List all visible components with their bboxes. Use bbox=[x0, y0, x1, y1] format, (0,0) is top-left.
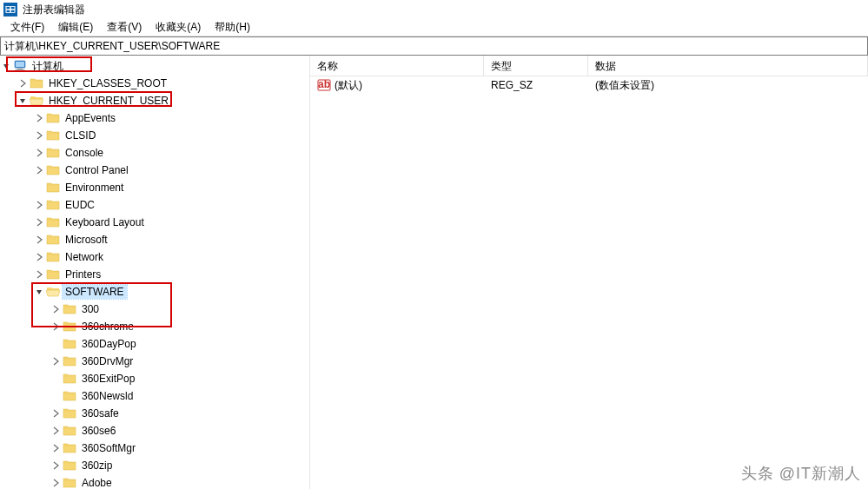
folder-icon bbox=[63, 406, 76, 420]
address-bar[interactable]: 计算机\HKEY_CURRENT_USER\SOFTWARE bbox=[0, 36, 868, 56]
chevron-right-icon[interactable] bbox=[33, 164, 45, 176]
tree-item[interactable]: Environment bbox=[0, 179, 309, 196]
chevron-right-icon[interactable] bbox=[50, 355, 62, 367]
chevron-right-icon[interactable] bbox=[17, 77, 29, 89]
chevron-right-icon[interactable] bbox=[33, 112, 45, 124]
tree-item[interactable]: Network bbox=[0, 248, 309, 266]
chevron-right-icon[interactable] bbox=[33, 268, 45, 281]
value-pane: 名称 类型 数据 ab(默认)REG_SZ(数值未设置) bbox=[310, 56, 868, 489]
main-split: 计算机HKEY_CLASSES_ROOTHKEY_CURRENT_USERApp… bbox=[0, 56, 868, 489]
address-path: 计算机\HKEY_CURRENT_USER\SOFTWARE bbox=[4, 39, 220, 54]
folder-icon bbox=[46, 233, 60, 247]
folder-icon bbox=[63, 459, 76, 472]
value-data: (数值未设置) bbox=[588, 76, 868, 95]
tree-item-label: 300 bbox=[79, 302, 102, 316]
chevron-right-icon[interactable] bbox=[50, 320, 62, 333]
folder-icon bbox=[46, 215, 60, 229]
tree-item-label: 360safe bbox=[79, 406, 122, 420]
folder-icon bbox=[63, 441, 76, 455]
tree-item[interactable]: EUDC bbox=[0, 196, 309, 214]
chevron-down-icon[interactable] bbox=[17, 95, 29, 107]
tree-item[interactable]: Console bbox=[0, 144, 309, 162]
tree-item[interactable]: 360DayPop bbox=[0, 335, 309, 353]
chevron-right-icon[interactable] bbox=[50, 459, 62, 472]
tree-pane[interactable]: 计算机HKEY_CLASSES_ROOTHKEY_CURRENT_USERApp… bbox=[0, 56, 310, 489]
svg-rect-3 bbox=[7, 10, 10, 12]
app-icon bbox=[3, 3, 17, 17]
tree-item[interactable]: CLSID bbox=[0, 127, 309, 144]
tree-item-label: 360se6 bbox=[79, 424, 118, 438]
title-bar: 注册表编辑器 bbox=[0, 0, 868, 19]
list-row[interactable]: ab(默认)REG_SZ(数值未设置) bbox=[310, 76, 868, 94]
folder-icon bbox=[63, 354, 76, 368]
chevron-right-icon[interactable] bbox=[50, 425, 62, 437]
menu-help[interactable]: 帮助(H) bbox=[208, 18, 257, 36]
tree-item-label: EUDC bbox=[63, 198, 97, 212]
tree-item-label: 360ExitPop bbox=[79, 372, 137, 386]
chevron-right-icon[interactable] bbox=[33, 147, 45, 159]
svg-rect-2 bbox=[11, 7, 15, 9]
tree-item[interactable]: 360DrvMgr bbox=[0, 353, 309, 370]
folder-icon bbox=[63, 337, 76, 351]
col-header-name[interactable]: 名称 bbox=[310, 56, 484, 76]
tree-item-label: 360zip bbox=[79, 459, 115, 472]
chevron-down-icon[interactable] bbox=[33, 286, 45, 298]
menu-file[interactable]: 文件(F) bbox=[3, 18, 51, 36]
folder-icon bbox=[63, 424, 76, 438]
svg-rect-8 bbox=[16, 69, 24, 71]
menu-favorites[interactable]: 收藏夹(A) bbox=[149, 18, 208, 36]
chevron-right-icon[interactable] bbox=[33, 251, 45, 263]
tree-item[interactable]: 360zip bbox=[0, 457, 309, 474]
tree-item-label: 360chrome bbox=[79, 320, 136, 334]
tree-item[interactable]: Microsoft bbox=[0, 231, 309, 248]
tree-item-label: 计算机 bbox=[30, 58, 66, 75]
chevron-right-icon[interactable] bbox=[33, 199, 45, 211]
folder-icon bbox=[63, 320, 76, 334]
menu-edit[interactable]: 编辑(E) bbox=[51, 18, 100, 36]
folder-icon bbox=[46, 163, 60, 177]
chevron-down-icon[interactable] bbox=[0, 60, 12, 72]
tree-item[interactable]: 360safe bbox=[0, 405, 309, 422]
menu-view[interactable]: 查看(V) bbox=[100, 18, 149, 36]
chevron-right-icon[interactable] bbox=[50, 442, 62, 454]
tree-item-label: Console bbox=[63, 146, 106, 160]
chevron-right-icon[interactable] bbox=[50, 407, 62, 420]
chevron-right-icon[interactable] bbox=[50, 303, 62, 315]
chevron-right-icon[interactable] bbox=[33, 129, 45, 142]
tree-item-label: 360DrvMgr bbox=[79, 354, 136, 368]
tree-item[interactable]: 360SoftMgr bbox=[0, 439, 309, 457]
tree-item[interactable]: 360Newsld bbox=[0, 387, 309, 405]
col-header-data[interactable]: 数据 bbox=[588, 56, 868, 76]
menu-bar: 文件(F) 编辑(E) 查看(V) 收藏夹(A) 帮助(H) bbox=[0, 19, 868, 36]
folder-icon bbox=[30, 76, 43, 90]
tree-item-label: 360DayPop bbox=[79, 337, 139, 351]
tree-item[interactable]: 300 bbox=[0, 301, 309, 318]
tree-item[interactable]: Printers bbox=[0, 266, 309, 283]
folder-icon bbox=[46, 181, 60, 195]
tree-item[interactable]: Control Panel bbox=[0, 162, 309, 179]
tree-item[interactable]: Adobe bbox=[0, 474, 309, 489]
chevron-right-icon[interactable] bbox=[50, 477, 62, 489]
tree-item[interactable]: HKEY_CLASSES_ROOT bbox=[0, 75, 309, 92]
tree-item[interactable]: 360ExitPop bbox=[0, 370, 309, 387]
tree-item[interactable]: 360se6 bbox=[0, 422, 309, 439]
svg-rect-4 bbox=[11, 10, 15, 12]
tree-item[interactable]: Keyboard Layout bbox=[0, 214, 309, 231]
tree-item-label: AppEvents bbox=[63, 111, 118, 125]
tree-item[interactable]: 计算机 bbox=[0, 57, 309, 75]
col-header-type[interactable]: 类型 bbox=[484, 56, 588, 76]
chevron-right-icon[interactable] bbox=[33, 216, 45, 228]
folder-icon bbox=[46, 111, 60, 125]
svg-text:ab: ab bbox=[318, 78, 330, 90]
svg-rect-1 bbox=[7, 7, 10, 9]
folder-icon bbox=[46, 129, 60, 142]
tree-item[interactable]: SOFTWARE bbox=[0, 283, 309, 301]
folder-icon bbox=[30, 94, 43, 108]
tree-item[interactable]: AppEvents bbox=[0, 109, 309, 127]
tree-item-label: HKEY_CURRENT_USER bbox=[46, 94, 171, 108]
tree-item[interactable]: HKEY_CURRENT_USER bbox=[0, 92, 309, 109]
tree-item-label: CLSID bbox=[63, 129, 98, 142]
tree-item-label: HKEY_CLASSES_ROOT bbox=[46, 76, 169, 90]
tree-item[interactable]: 360chrome bbox=[0, 318, 309, 335]
chevron-right-icon[interactable] bbox=[33, 234, 45, 246]
